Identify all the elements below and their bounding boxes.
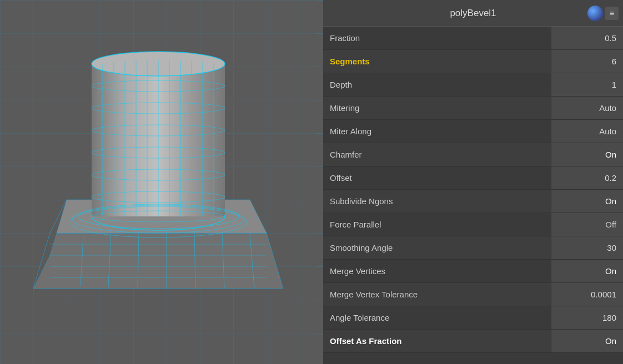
property-value[interactable]: 6 <box>551 50 623 73</box>
property-label: Force Parallel <box>323 213 551 236</box>
property-label: Fraction <box>323 27 551 49</box>
property-value[interactable]: 30 <box>551 236 623 259</box>
property-label: Merge Vertex Tolerance <box>323 283 551 306</box>
property-label: Depth <box>323 73 551 96</box>
header-icons: ≡ <box>587 6 619 21</box>
property-value[interactable]: On <box>551 330 623 352</box>
property-label: Smoothing Angle <box>323 236 551 259</box>
property-label: Mitering <box>323 97 551 119</box>
3d-viewport[interactable] <box>0 0 323 364</box>
property-row[interactable]: Merge Vertex Tolerance0.0001 <box>323 283 623 306</box>
viewport-scene <box>0 0 316 364</box>
property-row[interactable]: Subdivide NgonsOn <box>323 190 623 213</box>
property-value[interactable]: Auto <box>551 120 623 143</box>
panel-title: polyBevel1 <box>450 8 496 19</box>
panel-header: polyBevel1 ≡ <box>323 0 623 27</box>
property-value[interactable]: 0.5 <box>551 27 623 49</box>
property-row[interactable]: Angle Tolerance180 <box>323 306 623 330</box>
property-row[interactable]: Force ParallelOff <box>323 213 623 236</box>
property-row[interactable]: Fraction0.5 <box>323 27 623 50</box>
node-icon[interactable] <box>587 6 603 21</box>
property-row[interactable]: Merge VerticesOn <box>323 260 623 283</box>
svg-marker-2 <box>33 233 283 289</box>
property-row[interactable]: Offset0.2 <box>323 166 623 190</box>
menu-icon[interactable]: ≡ <box>605 7 619 20</box>
property-row[interactable]: Depth1 <box>323 73 623 97</box>
property-label: Offset As Fraction <box>323 330 551 352</box>
property-row[interactable]: Segments6 <box>323 50 623 73</box>
property-row[interactable]: Offset As FractionOn <box>323 330 623 353</box>
property-value[interactable]: 1 <box>551 73 623 96</box>
property-label: Segments <box>323 50 551 73</box>
property-label: Merge Vertices <box>323 260 551 282</box>
property-label: Angle Tolerance <box>323 306 551 329</box>
property-row[interactable]: ChamferOn <box>323 143 623 166</box>
property-label: Miter Along <box>323 120 551 143</box>
property-row[interactable]: MiteringAuto <box>323 97 623 120</box>
property-row[interactable]: Miter AlongAuto <box>323 120 623 143</box>
property-value[interactable]: On <box>551 260 623 282</box>
properties-panel: polyBevel1 ≡ Fraction0.5Segments6Depth1M… <box>323 0 623 364</box>
property-value[interactable]: On <box>551 190 623 213</box>
property-label: Subdivide Ngons <box>323 190 551 213</box>
property-value[interactable]: On <box>551 143 623 166</box>
property-value[interactable]: Auto <box>551 97 623 119</box>
property-value[interactable]: 0.2 <box>551 166 623 189</box>
property-value[interactable]: 180 <box>551 306 623 329</box>
property-label: Offset <box>323 166 551 189</box>
property-row[interactable]: Smoothing Angle30 <box>323 236 623 260</box>
property-value[interactable]: Off <box>551 213 623 236</box>
property-value[interactable]: 0.0001 <box>551 283 623 306</box>
property-label: Chamfer <box>323 143 551 166</box>
properties-list: Fraction0.5Segments6Depth1MiteringAutoMi… <box>323 27 623 353</box>
